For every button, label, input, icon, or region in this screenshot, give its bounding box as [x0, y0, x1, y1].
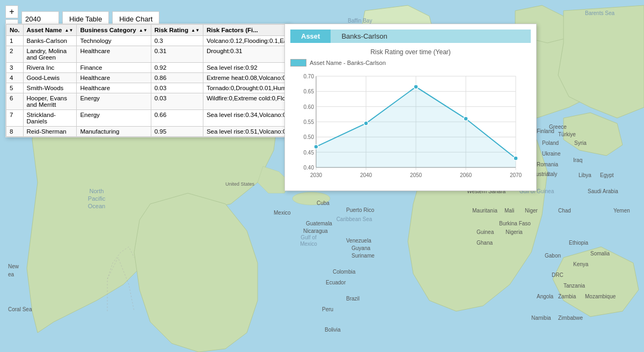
- svg-text:Somalia: Somalia: [590, 251, 610, 256]
- svg-text:Kenya: Kenya: [573, 261, 589, 267]
- cell-asset-name: Reid-Sherman: [23, 127, 77, 137]
- svg-text:Niger: Niger: [525, 208, 538, 214]
- zoom-in-button[interactable]: +: [5, 5, 18, 18]
- svg-point-98: [314, 144, 318, 149]
- svg-text:Gabon: Gabon: [545, 253, 561, 259]
- svg-text:Greece: Greece: [549, 124, 567, 130]
- cell-no: 5: [6, 83, 24, 93]
- table-row[interactable]: 7 Strickland-Daniels Energy 0.66 Sea lev…: [6, 110, 311, 127]
- cell-risk-rating: 0.95: [151, 127, 203, 137]
- table-body: 1 Banks-Carlson Technology 0.3 Volcano:0…: [6, 36, 311, 137]
- col-asset-name[interactable]: Asset Name ▲▼: [23, 25, 77, 36]
- svg-text:0.50: 0.50: [304, 134, 314, 140]
- cell-no: 6: [6, 93, 24, 110]
- cell-risk-rating: 0.03: [151, 93, 203, 110]
- svg-text:North: North: [90, 188, 104, 194]
- cell-business-category: Healthcare: [77, 73, 151, 83]
- svg-text:0.65: 0.65: [304, 89, 314, 94]
- cell-no: 1: [6, 36, 24, 46]
- cell-risk-rating: 0.86: [151, 73, 203, 83]
- svg-text:Mexico: Mexico: [274, 210, 291, 216]
- svg-text:Ocean: Ocean: [88, 203, 105, 209]
- cell-no: 3: [6, 63, 24, 73]
- svg-text:Barents Sea: Barents Sea: [585, 10, 614, 16]
- cell-business-category: Manufacturing: [77, 127, 151, 137]
- svg-point-102: [514, 156, 518, 160]
- svg-point-100: [414, 85, 418, 89]
- cell-no: 7: [6, 110, 24, 127]
- svg-text:Brazil: Brazil: [346, 296, 360, 302]
- svg-text:DRC: DRC: [552, 272, 564, 278]
- svg-text:2070: 2070: [510, 172, 522, 178]
- svg-text:Colombia: Colombia: [333, 269, 356, 275]
- table-row[interactable]: 6 Hooper, Evans and Merritt Energy 0.03 …: [6, 93, 311, 110]
- table-row[interactable]: 8 Reid-Sherman Manufacturing 0.95 Sea le…: [6, 127, 311, 137]
- table-row[interactable]: 5 Smith-Woods Healthcare 0.03 Tornado:0,…: [6, 83, 311, 93]
- cell-asset-name: Strickland-Daniels: [23, 110, 77, 127]
- cell-asset-name: Hooper, Evans and Merritt: [23, 93, 77, 110]
- svg-text:Guatemala: Guatemala: [306, 221, 332, 226]
- svg-text:Türkiye: Türkiye: [558, 131, 576, 137]
- svg-text:Guyana: Guyana: [352, 245, 370, 251]
- cell-risk-rating: 0.03: [151, 83, 203, 93]
- cell-business-category: Energy: [77, 93, 151, 110]
- cell-business-category: Technology: [77, 36, 151, 46]
- col-no[interactable]: No.: [6, 25, 24, 36]
- svg-text:Gulf of: Gulf of: [301, 234, 317, 240]
- svg-text:Libya: Libya: [579, 172, 591, 178]
- svg-text:Mexico: Mexico: [300, 241, 317, 247]
- svg-text:Coral Sea: Coral Sea: [8, 306, 32, 312]
- table-row[interactable]: 4 Good-Lewis Healthcare 0.86 Extreme hea…: [6, 73, 311, 83]
- table-row[interactable]: 3 Rivera Inc Finance 0.92 Sea level rise…: [6, 63, 311, 73]
- svg-text:2050: 2050: [410, 172, 422, 178]
- svg-text:Angola: Angola: [537, 294, 554, 299]
- cell-no: 2: [6, 46, 24, 63]
- svg-text:Iraq: Iraq: [573, 157, 582, 163]
- svg-text:0.45: 0.45: [304, 150, 314, 156]
- svg-text:Cuba: Cuba: [317, 200, 330, 206]
- svg-text:Ethiopia: Ethiopia: [569, 240, 589, 246]
- svg-text:0.40: 0.40: [304, 165, 314, 171]
- svg-text:Syria: Syria: [574, 140, 587, 146]
- table-panel: No. Asset Name ▲▼ Business Category ▲▼ R…: [5, 24, 290, 137]
- svg-point-99: [364, 121, 368, 126]
- svg-text:2040: 2040: [360, 172, 372, 178]
- svg-text:Nigeria: Nigeria: [506, 229, 523, 235]
- svg-text:United States: United States: [225, 181, 255, 187]
- table-row[interactable]: 2 Landry, Molina and Green Healthcare 0.…: [6, 46, 311, 63]
- svg-text:Peru: Peru: [322, 306, 333, 312]
- svg-point-101: [464, 116, 468, 121]
- cell-business-category: Energy: [77, 110, 151, 127]
- svg-text:Poland: Poland: [542, 140, 559, 146]
- chart-asset-label: Asset: [290, 30, 331, 43]
- svg-text:2030: 2030: [310, 172, 323, 178]
- svg-text:Saudi Arabia: Saudi Arabia: [588, 188, 618, 194]
- svg-text:Nicaragua: Nicaragua: [303, 228, 328, 234]
- svg-text:Venezuela: Venezuela: [346, 238, 371, 244]
- svg-text:2060: 2060: [460, 172, 472, 178]
- table-row[interactable]: 1 Banks-Carlson Technology 0.3 Volcano:0…: [6, 36, 311, 46]
- svg-text:ea: ea: [8, 272, 14, 277]
- cell-business-category: Healthcare: [77, 83, 151, 93]
- cell-risk-rating: 0.66: [151, 110, 203, 127]
- svg-text:Mauritania: Mauritania: [472, 208, 497, 214]
- cell-asset-name: Good-Lewis: [23, 73, 77, 83]
- svg-text:Puerto Rico: Puerto Rico: [346, 207, 375, 213]
- chart-asset-value: Banks-Carlson: [331, 30, 531, 43]
- cell-risk-rating: 0.31: [151, 46, 203, 63]
- col-risk-rating[interactable]: Risk Rating ▲▼: [151, 25, 203, 36]
- svg-text:Ukraine: Ukraine: [542, 151, 561, 157]
- svg-text:Mozambique: Mozambique: [585, 294, 616, 299]
- chart-svg-container: 0.400.450.500.550.600.650.70203020402050…: [290, 71, 531, 185]
- svg-text:Yemen: Yemen: [613, 208, 630, 214]
- cell-risk-rating: 0.3: [151, 36, 203, 46]
- cell-asset-name: Smith-Woods: [23, 83, 77, 93]
- chart-legend-color: [290, 59, 306, 67]
- svg-text:Ghana: Ghana: [477, 240, 493, 246]
- svg-text:Tanzania: Tanzania: [564, 283, 585, 289]
- chart-header: Asset Banks-Carlson: [290, 30, 531, 43]
- svg-text:0.55: 0.55: [304, 119, 314, 125]
- cell-no: 8: [6, 127, 24, 137]
- cell-asset-name: Banks-Carlson: [23, 36, 77, 46]
- col-business-category[interactable]: Business Category ▲▼: [77, 25, 151, 36]
